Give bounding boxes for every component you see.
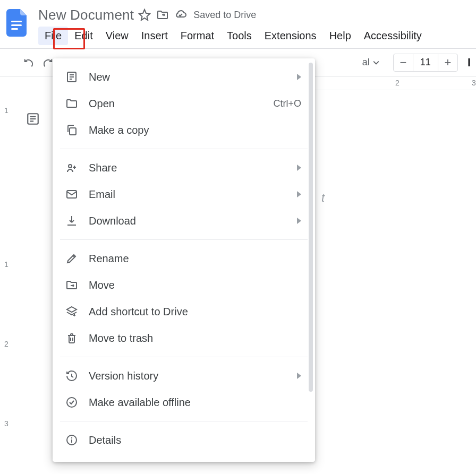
menu-item-label: Email <box>89 188 297 201</box>
menu-separator <box>60 239 308 240</box>
menu-item-version-history[interactable]: Version history <box>53 363 315 389</box>
move-icon <box>64 278 79 292</box>
menu-item-details[interactable]: Details <box>53 427 315 453</box>
ruler-tick: 2 <box>395 79 400 87</box>
menu-item-label: Open <box>89 98 273 110</box>
font-size-increase[interactable]: + <box>438 56 457 70</box>
doc-icon <box>64 70 79 84</box>
copy-icon <box>64 123 79 137</box>
menu-separator <box>60 357 308 357</box>
menu-item-rename[interactable]: Rename <box>53 245 315 272</box>
menu-item-label: Move to trash <box>89 332 301 344</box>
cloud-saved-icon[interactable] <box>173 7 188 22</box>
saved-status: Saved to Drive <box>193 10 256 21</box>
menu-item-make-available-offline[interactable]: Make available offline <box>53 389 315 416</box>
svg-rect-0 <box>11 21 22 22</box>
move-icon[interactable] <box>155 7 170 22</box>
menubar-item-accessibility[interactable]: Accessibility <box>358 27 428 45</box>
dropdown-scrollbar[interactable] <box>309 63 313 392</box>
paragraph-style-value: al <box>362 57 370 68</box>
mail-icon <box>64 187 79 202</box>
submenu-arrow-icon <box>297 218 301 224</box>
share-icon <box>64 160 79 175</box>
ruler-tick: 1 <box>4 260 8 269</box>
offline-icon <box>64 395 79 410</box>
bold-indicator[interactable]: I <box>468 56 471 70</box>
menu-item-new[interactable]: New <box>53 64 315 90</box>
star-icon[interactable] <box>137 7 152 22</box>
menu-item-label: Download <box>89 215 297 227</box>
trash-icon <box>64 331 79 346</box>
menu-separator <box>60 421 308 421</box>
menu-item-label: Add shortcut to Drive <box>89 306 301 318</box>
shortcut-icon <box>64 304 79 319</box>
document-title[interactable]: New Document <box>38 7 134 23</box>
history-icon <box>64 368 79 383</box>
menu-item-label: Make a copy <box>89 124 301 136</box>
submenu-arrow-icon <box>297 165 301 171</box>
info-icon <box>64 433 79 447</box>
menu-item-label: Details <box>89 434 301 446</box>
undo-icon[interactable] <box>20 54 37 71</box>
ruler-tick: 2 <box>4 340 8 348</box>
menu-item-move-to-trash[interactable]: Move to trash <box>53 325 315 351</box>
ruler-tick: 3 <box>472 79 476 87</box>
rename-icon <box>64 251 79 266</box>
menubar-item-extensions[interactable]: Extensions <box>258 27 323 45</box>
menubar-item-format[interactable]: Format <box>174 27 220 45</box>
ruler-tick: 1 <box>4 106 8 115</box>
ruler-tick: 3 <box>4 419 8 428</box>
font-size-stepper: − 11 + <box>393 54 458 72</box>
menubar: FileEditViewInsertFormatToolsExtensionsH… <box>38 27 471 45</box>
menu-item-open[interactable]: OpenCtrl+O <box>53 90 315 117</box>
submenu-arrow-icon <box>297 373 301 379</box>
svg-rect-1 <box>11 24 22 26</box>
folder-icon <box>64 96 79 111</box>
menu-separator <box>60 149 308 149</box>
menu-item-label: Version history <box>89 370 297 382</box>
menu-item-download[interactable]: Download <box>53 208 315 234</box>
font-size-decrease[interactable]: − <box>394 56 413 70</box>
docs-logo[interactable] <box>5 7 29 38</box>
menubar-item-file[interactable]: File <box>38 27 68 45</box>
file-menu-dropdown: NewOpenCtrl+OMake a copyShareEmailDownlo… <box>53 58 315 462</box>
submenu-arrow-icon <box>297 191 301 197</box>
menu-item-move[interactable]: Move <box>53 272 315 298</box>
font-size-input[interactable]: 11 <box>413 54 438 71</box>
menu-item-make-a-copy[interactable]: Make a copy <box>53 117 315 143</box>
vertical-ruler[interactable]: 1123 <box>0 90 15 459</box>
menu-item-email[interactable]: Email <box>53 181 315 208</box>
menu-item-add-shortcut-to-drive[interactable]: Add shortcut to Drive <box>53 298 315 325</box>
menu-item-label: Share <box>89 162 297 174</box>
paragraph-style-select[interactable]: al <box>357 54 385 72</box>
menubar-item-help[interactable]: Help <box>323 27 358 45</box>
menu-item-label: Make available offline <box>89 397 301 409</box>
outline-toggle-icon[interactable] <box>21 107 45 131</box>
menubar-item-edit[interactable]: Edit <box>68 27 99 45</box>
menu-item-share[interactable]: Share <box>53 154 315 181</box>
menu-item-shortcut: Ctrl+O <box>273 98 301 109</box>
menubar-item-view[interactable]: View <box>99 27 135 45</box>
page-ghost-text: t <box>321 191 325 205</box>
menubar-item-insert[interactable]: Insert <box>135 27 174 45</box>
download-icon <box>64 213 79 228</box>
menu-item-label: New <box>89 71 297 83</box>
menu-item-label: Move <box>89 279 301 291</box>
svg-rect-2 <box>11 28 18 30</box>
menubar-item-tools[interactable]: Tools <box>220 27 258 45</box>
menu-item-label: Rename <box>89 253 301 265</box>
submenu-arrow-icon <box>297 74 301 80</box>
